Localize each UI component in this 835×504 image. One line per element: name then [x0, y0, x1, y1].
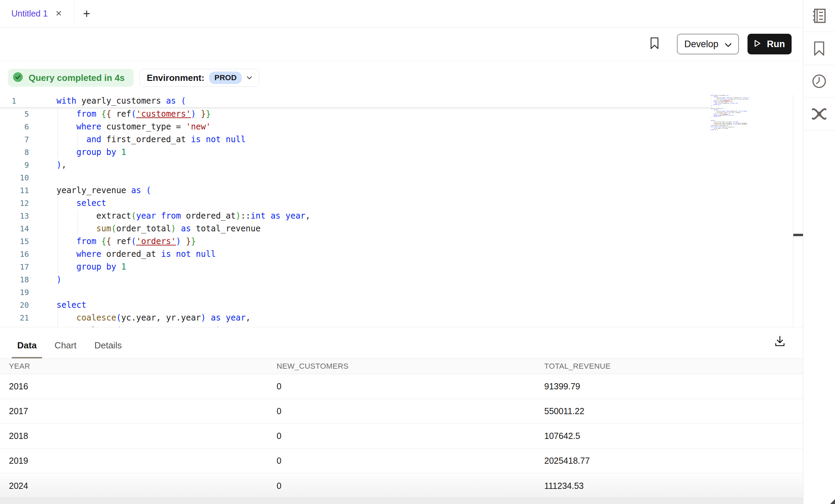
indent-guide	[58, 312, 58, 324]
line-number: 11	[0, 184, 29, 197]
toolbar: Develop Run	[0, 28, 803, 61]
table-cell: 0	[268, 481, 535, 491]
check-circle-icon	[13, 72, 23, 84]
line-number: 16	[0, 248, 29, 261]
run-button[interactable]: Run	[748, 34, 792, 54]
line-number: 18	[0, 273, 29, 286]
table-header-row: YEARNEW_CUSTOMERSTOTAL_REVENUE	[0, 359, 803, 374]
results-tab-chart[interactable]: Chart	[49, 335, 82, 358]
close-icon[interactable]: ✕	[55, 10, 62, 18]
resize-grip[interactable]	[830, 499, 835, 504]
sql-code-editor[interactable]: 1 with yearly_customers as ( 5 from {{ r…	[0, 95, 803, 327]
table-cell: 2016	[0, 381, 268, 391]
code-line: 16 where ordered_at is not null	[0, 248, 793, 261]
editor-scrollbar-track[interactable]	[793, 95, 803, 327]
code-line: 5 from {{ ref('customers') }}	[0, 108, 793, 120]
bookmark-button[interactable]	[650, 37, 659, 51]
indent-guide	[58, 108, 58, 120]
code-text: sum(order_total) as total_revenue	[29, 222, 260, 235]
column-header-year: YEAR	[0, 362, 268, 371]
code-text: select	[29, 299, 86, 312]
horizontal-scrollbar[interactable]	[0, 498, 803, 504]
indent-guide	[58, 222, 58, 235]
new-tab-button[interactable]: +	[83, 8, 90, 20]
line-number: 1	[0, 95, 16, 107]
code-text: group by 1	[29, 146, 126, 159]
indent-guide	[78, 222, 78, 235]
environment-dropdown[interactable]: Environment: PROD	[140, 69, 259, 87]
bookmarks-panel-button[interactable]	[803, 32, 835, 65]
app-logo-button[interactable]	[803, 98, 835, 130]
table-cell: 107642.5	[535, 431, 803, 441]
line-number: 22	[0, 324, 29, 327]
code-line: 7 and first_ordered_at is not null	[0, 133, 793, 146]
play-icon	[754, 39, 761, 50]
develop-dropdown[interactable]: Develop	[677, 34, 739, 54]
editor-tab-bar: Untitled 1 ✕ +	[0, 0, 803, 28]
code-line: 22 coalesce(yc.new_customers, 0) as new_…	[0, 324, 793, 327]
minimap[interactable]: with yearly_customers as ( select extrac…	[711, 95, 749, 133]
line-number: 20	[0, 299, 29, 312]
right-icon-sidebar	[803, 0, 835, 504]
sticky-code-text: with yearly_customers as (	[16, 95, 186, 107]
status-row: Query completed in 4s Environment: PROD	[0, 61, 803, 95]
table-cell: 2018	[0, 431, 268, 441]
line-number: 9	[0, 159, 29, 171]
download-results-button[interactable]	[772, 334, 788, 350]
table-cell: 2019	[0, 456, 268, 466]
code-text: group by 1	[29, 261, 126, 273]
line-number: 14	[0, 222, 29, 235]
code-line: 8 group by 1	[0, 146, 793, 159]
code-line: 9),	[0, 159, 793, 171]
indent-guide	[58, 248, 58, 261]
table-cell: 0	[268, 456, 535, 466]
code-line: 19	[0, 286, 793, 299]
code-line: 18)	[0, 273, 793, 286]
results-tab-bar: DataChartDetails	[0, 327, 803, 359]
code-text: from {{ ref('orders') }}	[29, 235, 196, 248]
line-number: 10	[0, 171, 29, 184]
indent-guide	[58, 324, 58, 327]
environment-badge: PROD	[209, 72, 242, 84]
table-cell: 0	[268, 406, 535, 416]
table-row: 20180107642.5	[0, 424, 803, 449]
code-text: select	[29, 197, 106, 210]
results-panel: DataChartDetails YEARNEW_CUSTOMERSTOTAL_…	[0, 327, 803, 504]
column-header-new_customers: NEW_CUSTOMERS	[268, 362, 535, 371]
query-status-pill: Query completed in 4s	[8, 69, 134, 87]
develop-label: Develop	[684, 39, 718, 50]
line-number: 13	[0, 210, 29, 222]
query-status-text: Query completed in 4s	[29, 73, 125, 83]
code-text	[29, 286, 56, 299]
bookmark-icon	[650, 37, 659, 51]
line-number: 19	[0, 286, 29, 299]
results-tab-details[interactable]: Details	[89, 335, 127, 358]
code-line: 13 extract(year from ordered_at)::int as…	[0, 210, 793, 222]
table-cell: 2017	[0, 406, 268, 416]
editor-scrollbar-thumb[interactable]	[793, 234, 803, 236]
table-cell: 550011.22	[535, 406, 803, 416]
environment-label: Environment:	[147, 73, 205, 83]
table-cell: 0	[268, 431, 535, 441]
code-lines: 5 from {{ ref('customers') }}6 where cus…	[0, 108, 793, 327]
history-panel-button[interactable]	[803, 65, 835, 98]
minimap-code: with yearly_customers as ( select extrac…	[711, 95, 749, 130]
app-logo-icon	[811, 107, 827, 121]
table-cell: 2024	[0, 481, 268, 491]
code-text: ),	[29, 159, 66, 171]
notebook-icon	[811, 8, 827, 24]
code-text: coalesce(yc.year, yr.year) as year,	[29, 312, 251, 324]
indent-guide	[58, 120, 58, 133]
line-number: 5	[0, 108, 29, 120]
run-label: Run	[767, 39, 785, 50]
clock-icon	[812, 74, 827, 89]
code-text: )	[29, 273, 61, 286]
code-text: from {{ ref('customers') }}	[29, 108, 211, 120]
tab-untitled-1[interactable]: Untitled 1 ✕	[0, 0, 74, 28]
results-table: YEARNEW_CUSTOMERSTOTAL_REVENUE 201609139…	[0, 359, 803, 498]
sticky-scroll-line[interactable]: 1 with yearly_customers as (	[0, 95, 711, 107]
line-number: 17	[0, 261, 29, 273]
notebook-panel-button[interactable]	[803, 0, 835, 32]
results-tab-data[interactable]: Data	[12, 335, 42, 358]
table-cell: 111234.53	[535, 481, 803, 491]
